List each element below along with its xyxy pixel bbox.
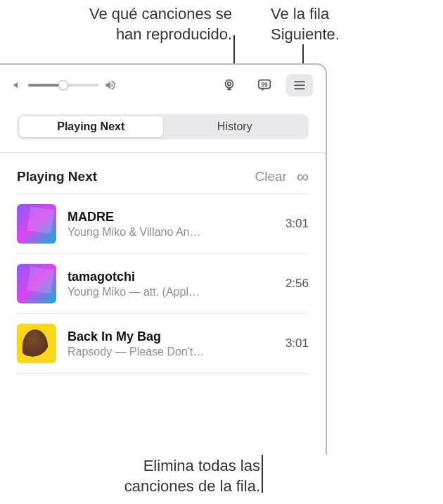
- track-duration: 2:56: [285, 277, 309, 291]
- music-window: 99 Playing Next History Playing Next Cle…: [0, 63, 327, 455]
- svg-rect-4: [295, 81, 305, 82]
- tab-playing-next[interactable]: Playing Next: [19, 116, 163, 137]
- queue-panel: Playing Next History Playing Next Clear …: [0, 114, 326, 374]
- track-info: MADRE Young Miko & Villano An…: [68, 210, 274, 239]
- svg-text:99: 99: [261, 82, 268, 88]
- tab-history[interactable]: History: [163, 116, 307, 137]
- lyrics-button[interactable]: 99: [251, 74, 278, 96]
- album-art: [17, 264, 56, 303]
- album-art: [17, 204, 56, 244]
- track-row[interactable]: Back In My Bag Rapsody — Please Don't… 3…: [17, 314, 309, 374]
- track-subtitle: Young Miko & Villano An…: [68, 226, 274, 239]
- volume-high-icon: [104, 79, 117, 92]
- volume-slider[interactable]: [28, 84, 98, 87]
- callout-queue-button: Ve la fila Siguiente.: [271, 4, 404, 44]
- track-title: tamagotchi: [68, 270, 274, 284]
- airplay-icon: [222, 77, 237, 93]
- callout-clear: Elimina todas las canciones de la fila.: [81, 456, 260, 496]
- track-subtitle: Young Miko — att. (Appl…: [68, 286, 274, 298]
- track-list: MADRE Young Miko & Villano An… 3:01 tama…: [17, 194, 309, 374]
- track-row[interactable]: tamagotchi Young Miko — att. (Appl… 2:56: [17, 254, 309, 314]
- track-info: Back In My Bag Rapsody — Please Don't…: [68, 329, 274, 358]
- toolbar: 99: [0, 65, 326, 106]
- svg-rect-5: [295, 84, 305, 86]
- section-title: Playing Next: [17, 169, 97, 184]
- clear-button[interactable]: Clear: [255, 169, 286, 184]
- track-duration: 3:01: [285, 217, 309, 231]
- lyrics-icon: 99: [257, 77, 272, 93]
- track-title: MADRE: [68, 210, 274, 225]
- callout-history: Ve qué canciones se han reproducido.: [42, 4, 232, 44]
- track-info: tamagotchi Young Miko — att. (Appl…: [68, 270, 274, 298]
- svg-point-1: [228, 82, 231, 86]
- track-title: Back In My Bag: [68, 329, 274, 344]
- volume-low-icon: [13, 80, 23, 90]
- callout-line: [302, 44, 304, 65]
- svg-point-0: [226, 80, 233, 88]
- segmented-control: Playing Next History: [17, 114, 309, 139]
- divider: [0, 152, 326, 153]
- autoplay-infinity-button[interactable]: ∞: [297, 168, 309, 185]
- section-header: Playing Next Clear ∞: [17, 168, 309, 185]
- volume-control[interactable]: [13, 79, 117, 92]
- playing-next-button[interactable]: [286, 74, 313, 96]
- track-duration: 3:01: [285, 336, 309, 351]
- track-row[interactable]: MADRE Young Miko & Villano An… 3:01: [17, 194, 309, 254]
- track-subtitle: Rapsody — Please Don't…: [68, 346, 274, 358]
- album-art: [17, 324, 56, 363]
- queue-list-icon: [293, 78, 307, 92]
- svg-rect-6: [295, 88, 305, 89]
- airplay-button[interactable]: [216, 74, 243, 96]
